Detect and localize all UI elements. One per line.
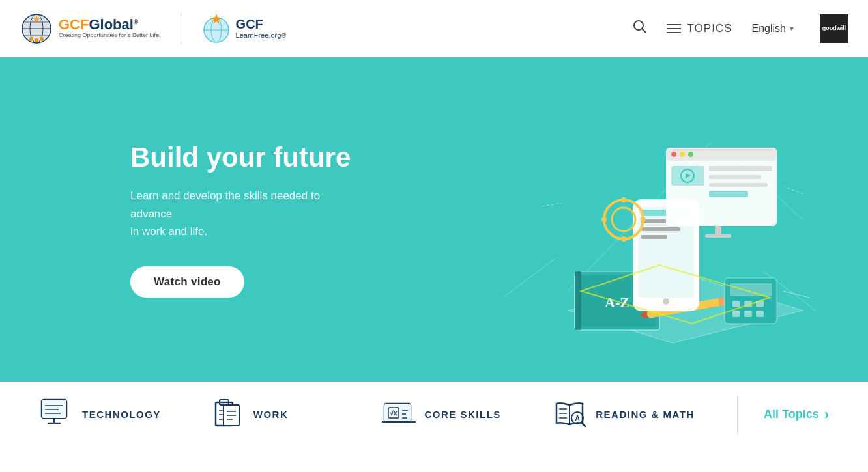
learnfree-logo[interactable]: GCF LearnFree.org®	[201, 12, 287, 46]
core-skills-label: CORE SKILLS	[425, 409, 501, 420]
nav-divider	[737, 395, 738, 434]
nav-item-reading-math[interactable]: A READING & MATH	[553, 396, 724, 434]
reading-math-label: READING & MATH	[596, 409, 695, 420]
svg-rect-69	[42, 400, 66, 418]
nav-item-core-skills[interactable]: √x CORE SKILLS	[382, 396, 553, 434]
svg-rect-34	[732, 311, 740, 317]
all-topics-label: All Topics	[764, 408, 819, 421]
svg-point-53	[680, 152, 685, 157]
svg-point-54	[688, 152, 693, 157]
svg-rect-43	[641, 235, 667, 239]
svg-point-52	[671, 152, 676, 157]
svg-rect-49	[641, 217, 646, 221]
gcfglobal-tagline: Creating Opportunities for a Better Life…	[59, 32, 161, 40]
hero-subtitle: Learn and develop the skills needed to a…	[130, 187, 358, 240]
hero-section: Build your future Learn and develop the …	[0, 57, 868, 382]
language-label: English	[752, 23, 786, 35]
svg-rect-46	[622, 197, 626, 202]
svg-rect-36	[756, 311, 764, 317]
watch-video-button[interactable]: Watch video	[130, 266, 244, 298]
hero-content: Build your future Learn and develop the …	[0, 102, 358, 337]
svg-rect-31	[732, 301, 740, 307]
chevron-down-icon: ▾	[790, 24, 794, 33]
work-label: WORK	[253, 409, 289, 420]
svg-text:A: A	[575, 415, 580, 422]
svg-point-8	[40, 37, 44, 41]
language-selector[interactable]: English ▾	[752, 23, 794, 35]
chevron-right-icon: ›	[824, 406, 829, 423]
header-nav: TOPICS English ▾ goodwill	[633, 14, 848, 43]
hamburger-icon	[667, 24, 681, 33]
nav-item-work[interactable]: WORK	[210, 396, 382, 434]
gcfglobal-logo-name: GCFGlobal®	[59, 18, 161, 32]
svg-point-7	[35, 38, 38, 42]
svg-line-19	[503, 258, 555, 298]
goodwill-label: goodwill	[822, 25, 846, 32]
svg-line-67	[783, 291, 809, 298]
core-skills-icon: √x	[382, 396, 416, 434]
topics-menu-button[interactable]: TOPICS	[667, 22, 732, 35]
logo-divider	[181, 12, 181, 45]
svg-line-65	[542, 203, 562, 206]
svg-rect-47	[622, 236, 626, 242]
search-icon	[633, 20, 647, 34]
gcfglobal-logo-icon	[20, 12, 53, 46]
header-logos: GCFGlobal® Creating Opportunities for a …	[20, 12, 633, 46]
hero-title: Build your future	[130, 141, 358, 174]
svg-rect-35	[744, 311, 752, 317]
learnfree-logo-text: GCF LearnFree.org®	[236, 17, 287, 39]
svg-point-39	[663, 298, 669, 305]
topics-label: TOPICS	[687, 22, 732, 35]
reading-math-icon: A	[553, 396, 586, 434]
svg-rect-25	[575, 271, 581, 330]
gcfglobal-logo[interactable]: GCFGlobal® Creating Opportunities for a …	[20, 12, 161, 46]
header: GCFGlobal® Creating Opportunities for a …	[0, 0, 868, 57]
svg-text:A-Z: A-Z	[605, 294, 629, 311]
svg-rect-30	[730, 283, 772, 296]
svg-rect-42	[641, 227, 680, 231]
all-topics-link[interactable]: All Topics ›	[751, 406, 829, 423]
svg-rect-62	[715, 226, 721, 236]
nav-item-technology[interactable]: TECHNOLOGY	[39, 396, 210, 434]
svg-line-16	[642, 29, 646, 33]
technology-icon	[39, 396, 73, 434]
svg-rect-48	[601, 217, 607, 221]
search-button[interactable]	[633, 20, 647, 37]
svg-rect-63	[705, 234, 731, 238]
work-icon	[210, 396, 244, 434]
hero-illustration: A-Z	[503, 89, 816, 350]
bottom-nav: TECHNOLOGY WORK	[0, 382, 868, 447]
svg-point-6	[29, 37, 33, 41]
svg-text:√x: √x	[390, 410, 397, 417]
svg-rect-60	[709, 183, 768, 187]
learnfree-logo-icon	[201, 12, 232, 46]
svg-rect-61	[709, 191, 748, 197]
gcfglobal-logo-text: GCFGlobal® Creating Opportunities for a …	[59, 18, 161, 40]
svg-rect-58	[709, 166, 772, 171]
svg-point-45	[612, 208, 635, 231]
technology-label: TECHNOLOGY	[82, 409, 161, 420]
hero-illustration-svg: A-Z	[503, 89, 816, 350]
goodwill-logo[interactable]: goodwill	[820, 14, 848, 43]
svg-line-66	[783, 187, 803, 193]
svg-rect-59	[709, 175, 761, 179]
